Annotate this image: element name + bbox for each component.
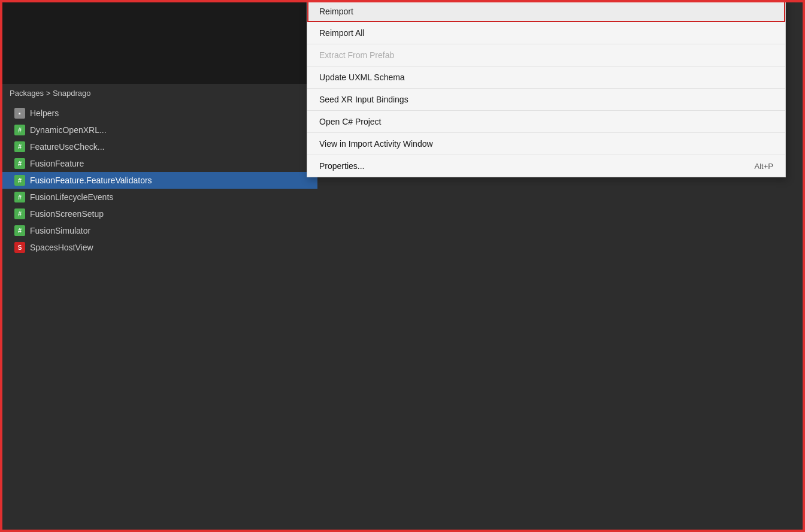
context-menu-item-label: Properties... xyxy=(319,161,364,171)
file-item-spaceshostview[interactable]: SSpacesHostView xyxy=(0,239,317,256)
csharp-icon: # xyxy=(14,175,25,186)
file-item-label: DynamicOpenXRL... xyxy=(30,125,107,135)
context-menu-item-open-csharp-project[interactable]: Open C# Project xyxy=(307,111,785,133)
file-item-featureusechecker[interactable]: #FeatureUseCheck... xyxy=(0,138,317,155)
file-item-fusionsimulator[interactable]: #FusionSimulator xyxy=(0,222,317,239)
file-item-fusionscreensetup[interactable]: #FusionScreenSetup xyxy=(0,205,317,222)
context-menu-item-label: Reimport xyxy=(319,7,353,16)
file-item-fusionfeature[interactable]: #FusionFeature xyxy=(0,155,317,172)
file-item-label: FusionFeature.FeatureValidators xyxy=(30,176,152,185)
file-item-label: FusionLifecycleEvents xyxy=(30,192,113,202)
csharp-icon: # xyxy=(14,192,25,202)
csharp-icon: # xyxy=(14,158,25,169)
file-item-label: FusionScreenSetup xyxy=(30,209,104,219)
csharp-icon: # xyxy=(14,141,25,152)
top-dark-area xyxy=(0,0,317,84)
context-menu-item-shortcut: Alt+P xyxy=(755,162,773,171)
context-menu-item-label: View in Import Activity Window xyxy=(319,139,433,149)
file-item-label: FusionFeature xyxy=(30,159,84,168)
context-menu-item-label: Extract From Prefab xyxy=(319,50,394,60)
context-menu-item-label: Open C# Project xyxy=(319,117,382,126)
project-panel: Packages > Snapdrago ▪Helpers#DynamicOpe… xyxy=(0,0,317,532)
csharp-icon: # xyxy=(14,125,25,135)
file-item-label: Helpers xyxy=(30,108,59,118)
file-item-fusionlifecycleevents[interactable]: #FusionLifecycleEvents xyxy=(0,189,317,205)
context-menu-item-label: Update UXML Schema xyxy=(319,72,405,82)
snapdragon-icon: S xyxy=(14,242,25,253)
file-item-fusionfeature-validators[interactable]: #FusionFeature.FeatureValidators xyxy=(0,172,317,189)
breadcrumb: Packages > Snapdrago xyxy=(0,84,317,102)
file-item-label: FeatureUseCheck... xyxy=(30,142,105,152)
context-menu-item-update-uxml-schema[interactable]: Update UXML Schema xyxy=(307,66,785,89)
context-menu-item-properties[interactable]: Properties...Alt+P xyxy=(307,155,785,177)
context-menu-item-label: Seed XR Input Bindings xyxy=(319,95,408,104)
csharp-icon: # xyxy=(14,225,25,236)
context-menu-item-view-in-import-activity-window[interactable]: View in Import Activity Window xyxy=(307,133,785,155)
file-item-label: SpacesHostView xyxy=(30,243,93,252)
file-list: ▪Helpers#DynamicOpenXRL...#FeatureUseChe… xyxy=(0,105,317,256)
context-menu-item-reimport[interactable]: Reimport xyxy=(307,1,785,22)
file-item-label: FusionSimulator xyxy=(30,226,90,235)
context-menu-item-seed-xr-input-bindings[interactable]: Seed XR Input Bindings xyxy=(307,89,785,111)
context-menu-item-extract-from-prefab: Extract From Prefab xyxy=(307,44,785,66)
context-menu-item-reimport-all[interactable]: Reimport All xyxy=(307,22,785,44)
file-item-helpers[interactable]: ▪Helpers xyxy=(0,105,317,122)
context-menu: ReimportReimport AllExtract From PrefabU… xyxy=(307,0,786,177)
context-menu-item-label: Reimport All xyxy=(319,28,364,38)
folder-icon: ▪ xyxy=(14,108,25,119)
file-item-dynamicopenxr[interactable]: #DynamicOpenXRL... xyxy=(0,122,317,138)
csharp-icon: # xyxy=(14,208,25,219)
